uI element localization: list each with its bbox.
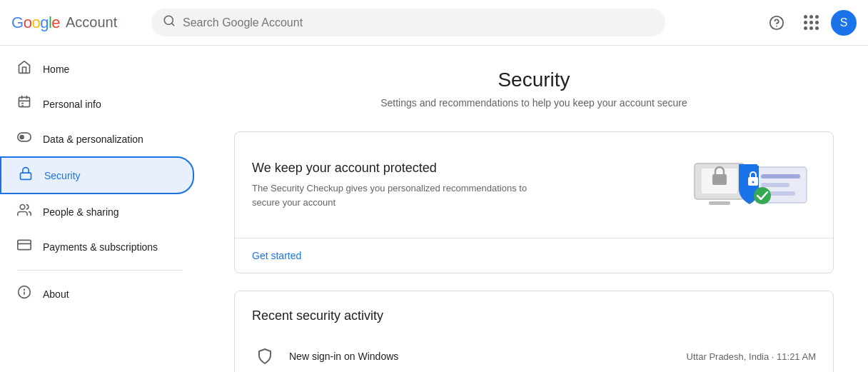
account-label: Account	[66, 14, 117, 31]
svg-rect-24	[761, 174, 800, 179]
sidebar-item-payments-label: Payments & subscriptions	[43, 241, 158, 253]
shield-activity-icon	[252, 343, 278, 369]
activity-label: New sign-in on Windows	[289, 351, 398, 362]
svg-line-1	[171, 23, 173, 25]
toggle-icon	[17, 130, 31, 148]
svg-point-11	[20, 136, 24, 139]
sidebar-item-personal-info-label: Personal info	[43, 99, 101, 110]
activity-item: New sign-in on Windows Uttar Pradesh, In…	[252, 338, 816, 372]
sidebar-divider	[17, 270, 183, 271]
page-subtitle: Settings and recommendations to help you…	[234, 97, 834, 109]
main-layout: Home Personal info Data & personalizatio…	[0, 46, 868, 372]
svg-point-13	[20, 205, 25, 210]
search-bar[interactable]	[151, 9, 665, 36]
security-illustration	[687, 149, 816, 221]
card-title: We keep your account protected	[252, 161, 552, 176]
home-icon	[17, 60, 31, 78]
svg-rect-21	[709, 201, 730, 205]
header-right: S	[762, 9, 857, 37]
sidebar-item-about-label: About	[43, 288, 69, 300]
svg-rect-4	[19, 97, 30, 106]
google-logo: Google	[11, 14, 60, 32]
info-icon	[17, 285, 31, 303]
grid-icon	[804, 15, 819, 30]
avatar[interactable]: S	[831, 10, 857, 36]
recent-activity-card: Recent security activity New sign-in on …	[234, 291, 834, 372]
card-footer: Get started	[235, 238, 833, 273]
sidebar-item-security[interactable]: Security	[0, 156, 194, 194]
sidebar-item-people-label: People & sharing	[43, 206, 119, 218]
security-svg	[691, 153, 812, 217]
protection-card: We keep your account protected The Secur…	[234, 131, 834, 273]
sidebar-item-data-personalization[interactable]: Data & personalization	[0, 121, 194, 156]
svg-rect-25	[761, 183, 789, 187]
svg-point-28	[752, 181, 755, 184]
sidebar: Home Personal info Data & personalizatio…	[0, 46, 200, 372]
card-icon	[17, 238, 31, 256]
svg-rect-22	[712, 174, 727, 185]
page-title: Security	[234, 69, 834, 91]
sidebar-item-about[interactable]: About	[0, 276, 194, 311]
logo-area: Google Account	[11, 14, 140, 32]
card-top: We keep your account protected The Secur…	[235, 132, 833, 238]
svg-point-29	[754, 187, 771, 204]
sidebar-item-home-label: Home	[43, 64, 69, 75]
svg-rect-12	[21, 173, 31, 179]
sidebar-item-data-label: Data & personalization	[43, 134, 143, 145]
card-text: We keep your account protected The Secur…	[252, 161, 552, 209]
search-input[interactable]	[183, 16, 654, 29]
sidebar-item-security-label: Security	[44, 170, 81, 181]
sidebar-item-home[interactable]: Home	[0, 51, 194, 86]
recent-activity-title: Recent security activity	[252, 308, 816, 323]
get-started-link[interactable]: Get started	[252, 250, 301, 261]
sidebar-item-personal-info[interactable]: Personal info	[0, 86, 194, 121]
group-icon	[17, 203, 31, 221]
svg-rect-14	[18, 240, 31, 249]
sidebar-item-payments[interactable]: Payments & subscriptions	[0, 229, 194, 264]
person-icon	[17, 95, 31, 113]
app-header: Google Account S	[0, 0, 868, 46]
lock-icon	[19, 166, 33, 184]
search-icon	[163, 14, 176, 31]
card-description: The Security Checkup gives you personali…	[252, 181, 552, 209]
main-content: Security Settings and recommendations to…	[200, 46, 868, 372]
apps-button[interactable]	[797, 9, 825, 37]
sidebar-item-people-sharing[interactable]: People & sharing	[0, 194, 194, 229]
activity-location: Uttar Pradesh, India · 11:21 AM	[687, 351, 816, 362]
help-button[interactable]	[762, 9, 791, 37]
